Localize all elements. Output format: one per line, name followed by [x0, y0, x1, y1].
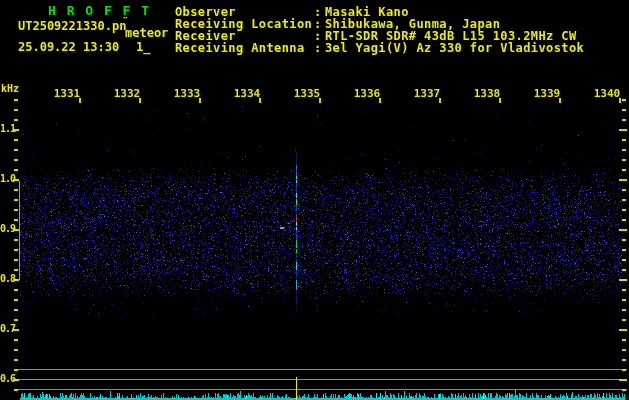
hrofft-screenshot: H R O F F T UT2509221330.pn ¨ meteor 25.… — [0, 0, 629, 400]
y-axis-unit-label: kHz — [1, 84, 19, 94]
time-axis-label: 1338 — [473, 88, 501, 99]
time-axis-label: 1339 — [533, 88, 561, 99]
time-axis-label: 1333 — [173, 88, 201, 99]
time-axis-label: 1336 — [353, 88, 381, 99]
time-axis-label: 1332 — [113, 88, 141, 99]
filename-label: UT2509221330.pn — [18, 20, 126, 32]
echo-counter-label: 1_ — [136, 41, 150, 53]
time-axis-label: 1334 — [233, 88, 261, 99]
freq-axis-label: 0.7 — [0, 324, 14, 334]
time-axis-label: 1337 — [413, 88, 441, 99]
time-axis-label: 1335 — [293, 88, 321, 99]
observation-info-block: Observer:Masaki KanoReceiving Location:S… — [175, 6, 584, 54]
spectrogram-canvas — [0, 0, 629, 400]
info-row-value: 3el Yagi(V) Az 330 for Vladivostok — [325, 41, 584, 55]
info-row: Receiving Antenna:3el Yagi(V) Az 330 for… — [175, 42, 584, 54]
freq-axis-label: 1.1 — [0, 124, 14, 134]
freq-axis-label: 1.0 — [0, 174, 14, 184]
freq-axis-label: 0.8 — [0, 274, 14, 284]
info-row-label: Receiving Antenna — [175, 42, 314, 54]
station-label: meteor — [125, 27, 168, 39]
time-axis-label: 1331 — [53, 88, 81, 99]
datetime-label: 25.09.22 13:30 — [18, 41, 119, 53]
app-title: H R O F F T — [48, 4, 151, 17]
freq-axis-label: 0.9 — [0, 224, 14, 234]
freq-axis-label: 0.6 — [0, 374, 14, 384]
info-row-separator: : — [314, 42, 325, 54]
time-axis-label: 1340 — [593, 88, 621, 99]
